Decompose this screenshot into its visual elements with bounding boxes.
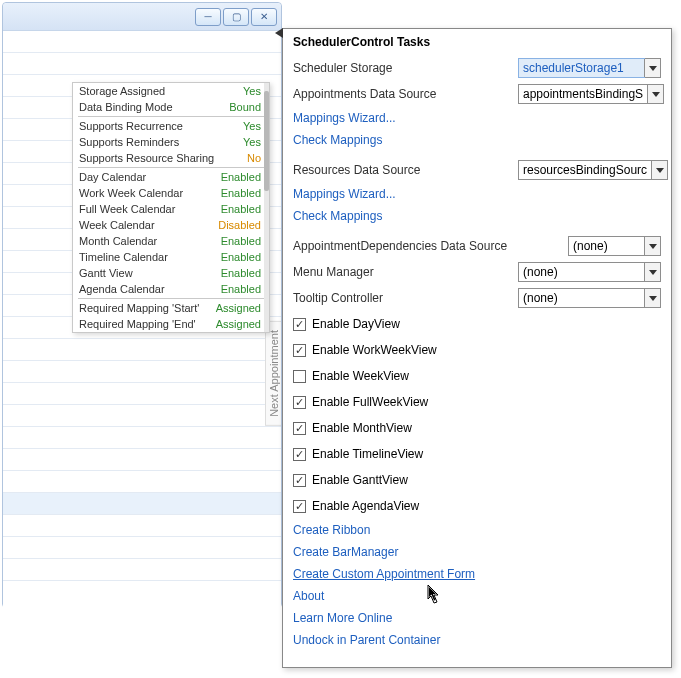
checkbox-label: Enable DayView xyxy=(312,317,400,331)
property-row: Work Week CalendarEnabled xyxy=(73,185,269,201)
resources-ds-select[interactable]: resourcesBindingSourc xyxy=(518,160,668,180)
popup-scrollbar[interactable] xyxy=(264,83,269,332)
tooltip-controller-label: Tooltip Controller xyxy=(293,291,518,305)
checkbox[interactable] xyxy=(293,344,306,357)
calendar-row[interactable] xyxy=(3,31,281,53)
appointments-ds-select[interactable]: appointmentsBindingS xyxy=(518,84,664,104)
resources-ds-dropdown-button[interactable] xyxy=(651,161,667,179)
about-link[interactable]: About xyxy=(293,585,661,607)
checkbox[interactable] xyxy=(293,422,306,435)
chevron-down-icon xyxy=(649,64,657,72)
checkbox-label: Enable MonthView xyxy=(312,421,412,435)
scheduler-storage-value: schedulerStorage1 xyxy=(518,58,645,78)
property-name: Month Calendar xyxy=(79,234,157,248)
enable-view-row: Enable WeekView xyxy=(293,363,661,389)
scheduler-storage-label: Scheduler Storage xyxy=(293,61,518,75)
property-summary-popup: Storage AssignedYesData Binding ModeBoun… xyxy=(72,82,270,333)
property-name: Supports Reminders xyxy=(79,135,179,149)
scheduler-storage-dropdown-button[interactable] xyxy=(644,59,660,77)
chevron-down-icon xyxy=(652,90,660,98)
tooltip-controller-select[interactable]: (none) xyxy=(518,288,661,308)
enable-view-row: Enable FullWeekView xyxy=(293,389,661,415)
calendar-row[interactable] xyxy=(3,427,281,449)
chevron-down-icon xyxy=(649,242,657,250)
property-name: Required Mapping 'End' xyxy=(79,317,196,331)
next-appointment-tab[interactable]: Next Appointment xyxy=(265,321,281,426)
appt-deps-select[interactable]: (none) xyxy=(568,236,661,256)
scheduler-tasks-panel: SchedulerControl Tasks Scheduler Storage… xyxy=(282,28,672,668)
smart-tag-arrow-icon[interactable] xyxy=(275,28,285,38)
appointments-ds-label: Appointments Data Source xyxy=(293,87,518,101)
appointments-ds-dropdown-button[interactable] xyxy=(647,85,663,103)
close-button[interactable]: ✕ xyxy=(251,8,277,26)
minimize-icon: ─ xyxy=(204,11,211,22)
enable-view-row: Enable MonthView xyxy=(293,415,661,441)
enable-view-row: Enable DayView xyxy=(293,311,661,337)
menu-manager-select[interactable]: (none) xyxy=(518,262,661,282)
titlebar: ─ ▢ ✕ xyxy=(3,3,281,31)
learn-more-online-link[interactable]: Learn More Online xyxy=(293,607,661,629)
checkbox[interactable] xyxy=(293,474,306,487)
checkbox-label: Enable WeekView xyxy=(312,369,409,383)
calendar-row[interactable] xyxy=(3,537,281,559)
property-row: Gantt ViewEnabled xyxy=(73,265,269,281)
tooltip-controller-dropdown-button[interactable] xyxy=(644,289,660,307)
checkbox-label: Enable WorkWeekView xyxy=(312,343,437,357)
create-ribbon-link[interactable]: Create Ribbon xyxy=(293,519,661,541)
chevron-down-icon xyxy=(649,268,657,276)
calendar-row[interactable] xyxy=(3,361,281,383)
property-name: Supports Recurrence xyxy=(79,119,183,133)
calendar-row[interactable] xyxy=(3,493,281,515)
svg-marker-1 xyxy=(649,66,657,71)
property-value: Enabled xyxy=(221,170,261,184)
resources-check-mappings-link[interactable]: Check Mappings xyxy=(293,205,661,227)
appt-deps-dropdown-button[interactable] xyxy=(644,237,660,255)
menu-manager-value: (none) xyxy=(519,263,644,281)
calendar-row[interactable] xyxy=(3,53,281,75)
enable-view-row: Enable GanttView xyxy=(293,467,661,493)
resources-ds-value: resourcesBindingSourc xyxy=(519,161,651,179)
appt-deps-value: (none) xyxy=(569,237,644,255)
property-value: Assigned xyxy=(216,317,261,331)
property-value: Yes xyxy=(243,84,261,98)
property-value: Bound xyxy=(229,100,261,114)
minimize-button[interactable]: ─ xyxy=(195,8,221,26)
property-row: Agenda CalendarEnabled xyxy=(73,281,269,297)
property-name: Data Binding Mode xyxy=(79,100,173,114)
checkbox[interactable] xyxy=(293,370,306,383)
maximize-button[interactable]: ▢ xyxy=(223,8,249,26)
resources-ds-label: Resources Data Source xyxy=(293,163,518,177)
create-barmanager-link[interactable]: Create BarManager xyxy=(293,541,661,563)
checkbox[interactable] xyxy=(293,318,306,331)
resources-mappings-wizard-link[interactable]: Mappings Wizard... xyxy=(293,183,661,205)
checkbox[interactable] xyxy=(293,396,306,409)
create-custom-appointment-form-link[interactable]: Create Custom Appointment Form xyxy=(293,563,661,585)
popup-scroll-thumb[interactable] xyxy=(264,91,269,191)
checkbox-label: Enable TimelineView xyxy=(312,447,423,461)
enable-view-row: Enable WorkWeekView xyxy=(293,337,661,363)
property-value: Enabled xyxy=(221,282,261,296)
property-value: Disabled xyxy=(218,218,261,232)
calendar-row[interactable] xyxy=(3,515,281,537)
calendar-row[interactable] xyxy=(3,383,281,405)
calendar-row[interactable] xyxy=(3,471,281,493)
appointments-mappings-wizard-link[interactable]: Mappings Wizard... xyxy=(293,107,661,129)
scheduler-storage-select[interactable]: schedulerStorage1 xyxy=(518,58,661,78)
checkbox[interactable] xyxy=(293,500,306,513)
menu-manager-dropdown-button[interactable] xyxy=(644,263,660,281)
property-name: Week Calendar xyxy=(79,218,155,232)
calendar-row[interactable] xyxy=(3,339,281,361)
checkbox-label: Enable AgendaView xyxy=(312,499,419,513)
property-value: Enabled xyxy=(221,186,261,200)
property-value: Enabled xyxy=(221,266,261,280)
property-row: Storage AssignedYes xyxy=(73,83,269,99)
calendar-row[interactable] xyxy=(3,449,281,471)
property-row: Full Week CalendarEnabled xyxy=(73,201,269,217)
property-name: Day Calendar xyxy=(79,170,146,184)
calendar-row[interactable] xyxy=(3,405,281,427)
calendar-row[interactable] xyxy=(3,559,281,581)
undock-link[interactable]: Undock in Parent Container xyxy=(293,629,661,651)
appointments-check-mappings-link[interactable]: Check Mappings xyxy=(293,129,661,151)
checkbox[interactable] xyxy=(293,448,306,461)
maximize-icon: ▢ xyxy=(232,11,241,22)
